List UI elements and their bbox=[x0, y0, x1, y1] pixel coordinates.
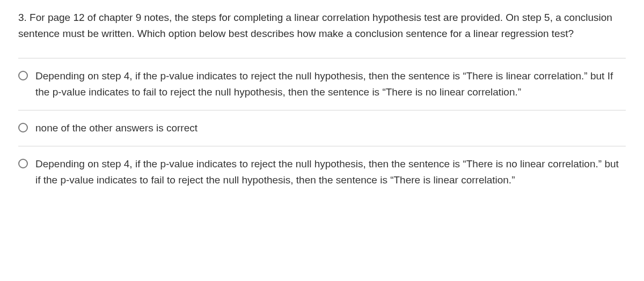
option-text: none of the other answers is correct bbox=[35, 120, 626, 136]
option-text: Depending on step 4, if the p-value indi… bbox=[35, 156, 626, 188]
options-list: Depending on step 4, if the p-value indi… bbox=[18, 58, 626, 198]
option-row[interactable]: none of the other answers is correct bbox=[18, 110, 626, 146]
option-text: Depending on step 4, if the p-value indi… bbox=[35, 68, 626, 100]
option-row[interactable]: Depending on step 4, if the p-value indi… bbox=[18, 146, 626, 198]
option-row[interactable]: Depending on step 4, if the p-value indi… bbox=[18, 58, 626, 110]
radio-icon[interactable] bbox=[18, 159, 28, 168]
question-prompt: 3. For page 12 of chapter 9 notes, the s… bbox=[18, 10, 626, 42]
radio-icon[interactable] bbox=[18, 71, 28, 80]
radio-icon[interactable] bbox=[18, 123, 28, 132]
